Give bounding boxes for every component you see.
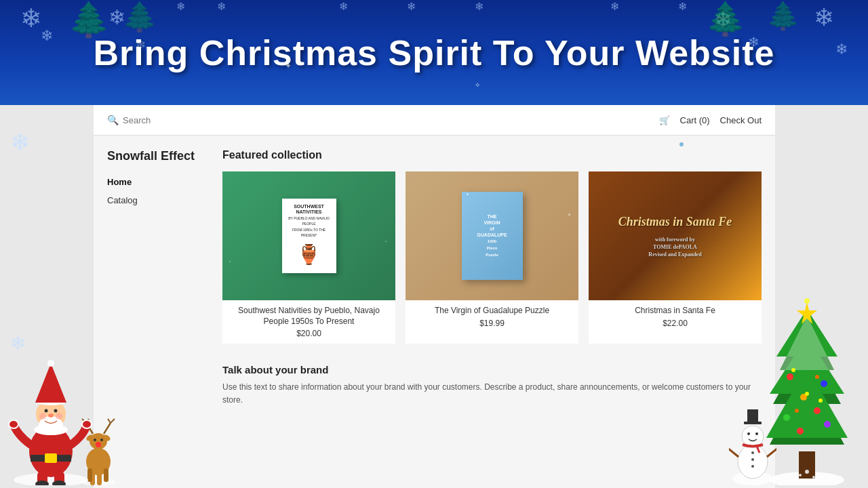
svg-point-36 <box>751 451 754 454</box>
store-content: Snowfall Effect Home Catalog Featured co… <box>94 136 775 488</box>
svg-point-19 <box>805 392 809 396</box>
snowman <box>729 397 776 488</box>
svg-rect-34 <box>747 409 758 423</box>
page-header: Bring Christmas Spirit To Your Website <box>0 0 868 105</box>
svg-point-16 <box>797 428 804 434</box>
product-image-1: SOUTHWESTNATIVITIESBY PUEBLO AND NAVAJO … <box>222 171 395 300</box>
featured-section-title: Featured collection <box>222 149 762 161</box>
product-price-1: $20.00 <box>222 329 395 338</box>
cart-icon: 🛒 <box>659 115 670 125</box>
brand-description: Use this text to share information about… <box>222 381 762 407</box>
svg-rect-44 <box>45 453 57 463</box>
svg-point-48 <box>47 360 54 367</box>
svg-point-37 <box>751 458 754 461</box>
svg-point-23 <box>805 470 809 474</box>
search-input[interactable] <box>123 115 237 125</box>
svg-point-10 <box>787 373 793 380</box>
svg-point-53 <box>56 413 62 420</box>
svg-line-75 <box>108 419 111 423</box>
svg-point-24 <box>799 474 802 476</box>
svg-point-54 <box>48 413 54 418</box>
left-snowflake-1: ❄ <box>10 129 30 156</box>
svg-point-20 <box>795 409 799 413</box>
svg-point-22 <box>804 298 810 304</box>
svg-point-78 <box>96 442 101 447</box>
product-title-1: Southwest Nativities by Pueblo, Navajo P… <box>226 306 392 327</box>
svg-point-13 <box>814 407 821 414</box>
christmas-tree <box>766 296 848 488</box>
products-grid: SOUTHWESTNATIVITIESBY PUEBLO AND NAVAJO … <box>222 171 762 344</box>
svg-point-25 <box>812 476 815 479</box>
svg-point-58 <box>83 421 91 428</box>
sidebar-item-catalog[interactable]: Catalog <box>107 195 202 205</box>
search-icon: 🔍 <box>107 115 119 125</box>
svg-line-73 <box>104 423 111 434</box>
svg-point-32 <box>755 432 758 435</box>
product-price-2: $19.99 <box>406 319 578 328</box>
checkout-link[interactable]: Check Out <box>720 115 762 125</box>
svg-rect-82 <box>104 468 108 482</box>
product-card-2[interactable]: THEVIRGINofGUADALUPE1000PiecePuzzle The … <box>406 171 578 344</box>
svg-point-31 <box>747 432 750 435</box>
svg-point-14 <box>783 414 790 421</box>
svg-point-38 <box>751 465 754 468</box>
brand-section: Talk about your brand Use this text to s… <box>222 364 762 407</box>
product-title-2: The Virgin of Guadalupe Puzzle <box>409 306 575 317</box>
svg-point-11 <box>821 380 827 387</box>
header-title: Bring Christmas Spirit To Your Website <box>94 33 775 73</box>
sidebar-item-home[interactable]: Home <box>107 177 202 187</box>
svg-point-50 <box>45 409 48 413</box>
svg-point-17 <box>791 368 795 372</box>
svg-rect-80 <box>97 470 102 485</box>
store-window: 🔍 🛒 Cart (0) Check Out Snowfall Effect H… <box>94 105 775 488</box>
svg-point-63 <box>34 424 68 435</box>
store-navbar: 🔍 🛒 Cart (0) Check Out <box>94 105 775 136</box>
store-name: Snowfall Effect <box>107 149 202 163</box>
svg-line-40 <box>767 448 776 457</box>
svg-point-15 <box>824 421 831 428</box>
santa-character <box>7 350 95 488</box>
svg-line-39 <box>729 448 738 457</box>
product-card-3[interactable]: Christmas in Santa Fe with foreword byTO… <box>589 171 762 344</box>
product-price-3: $22.00 <box>589 319 762 328</box>
svg-line-74 <box>111 419 115 423</box>
product-image-2: THEVIRGINofGUADALUPE1000PiecePuzzle <box>406 171 578 300</box>
product-image-3: Christmas in Santa Fe with foreword byTO… <box>589 171 762 300</box>
svg-point-18 <box>815 375 819 379</box>
svg-point-57 <box>9 421 18 428</box>
product-card-1[interactable]: SOUTHWESTNATIVITIESBY PUEBLO AND NAVAJO … <box>222 171 395 344</box>
cart-label[interactable]: Cart (0) <box>680 115 710 125</box>
svg-point-52 <box>39 413 46 420</box>
svg-point-77 <box>100 439 103 441</box>
brand-title: Talk about your brand <box>222 364 762 375</box>
nav-right: 🛒 Cart (0) Check Out <box>659 115 762 125</box>
store-main: Featured collection SOUTHWESTNATIVITIESB… <box>216 136 775 488</box>
svg-point-51 <box>54 409 58 413</box>
search-area[interactable]: 🔍 <box>107 115 237 125</box>
svg-marker-47 <box>35 363 66 403</box>
sidebar-nav: Home Catalog <box>107 177 202 205</box>
product-title-3: Christmas in Santa Fe <box>592 306 758 317</box>
svg-point-21 <box>818 399 823 403</box>
